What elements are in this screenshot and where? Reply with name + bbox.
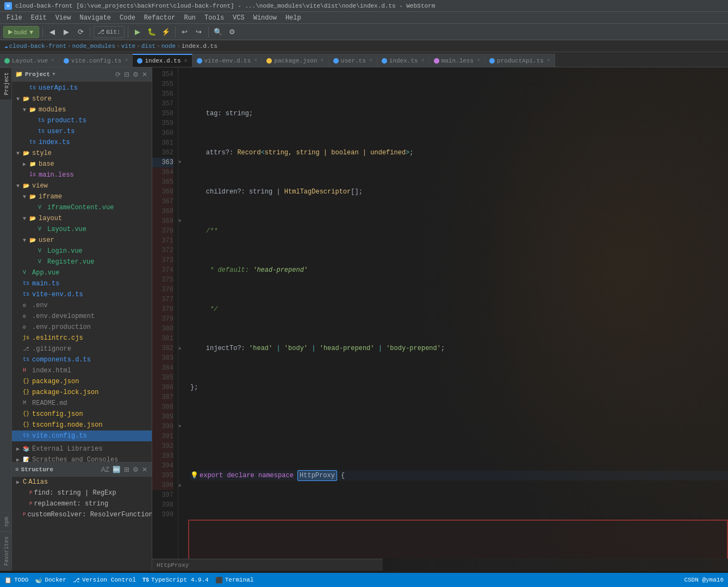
tree-item-package-json[interactable]: {} package.json [12,376,152,387]
tree-item-app-vue[interactable]: V App.vue [12,267,152,278]
tree-item-register-vue[interactable]: V Register.vue [12,257,152,267]
undo-button[interactable]: ↩ [179,26,191,38]
tree-item-env-dev[interactable]: ⚙ .env.development [12,311,152,322]
menu-item-vcs[interactable]: VCS [228,13,249,23]
tree-item-layout-vue[interactable]: V Layout.vue [12,224,152,235]
tree-item-main-ts[interactable]: ts main.ts [12,278,152,289]
menu-item-file[interactable]: File [2,13,27,23]
tab-close-vite-config[interactable]: × [125,58,128,64]
tab-product-api[interactable]: productApi.ts × [485,54,555,67]
tree-item-vite-config-ts[interactable]: ts vite.config.ts [12,430,152,441]
tree-item-user-folder[interactable]: ▼ 📂 user [12,235,152,246]
status-terminal[interactable]: ⬛ Terminal [215,577,254,584]
menu-item-code[interactable]: Code [115,13,140,23]
tree-item-main-less[interactable]: ls main.less [12,170,152,180]
tab-index-ts[interactable]: index.ts × [377,54,430,67]
forward-button[interactable]: ▶ [60,26,72,38]
tree-item-modules[interactable]: ▼ 📂 modules [12,104,152,115]
tree-item-external-libs[interactable]: ▶ 📚 External Libraries [12,444,152,454]
tab-vite-config[interactable]: vite.config.ts × [59,54,133,67]
struct-find[interactable]: P find: string | RegExp [12,488,152,498]
settings-button[interactable]: ⚙ [226,26,238,38]
struct-custom-resolver[interactable]: P customResolver: ResolverFunction | [12,509,152,520]
tree-item-store-index[interactable]: ts index.ts [12,137,152,148]
bulb-icon[interactable]: 💡 [190,471,198,480]
tab-package-json[interactable]: package.json × [262,54,328,67]
tree-item-env-prod[interactable]: ⚙ .env.production [12,322,152,333]
menu-item-edit[interactable]: Edit [27,13,51,23]
tree-item-style[interactable]: ▼ 📂 style [12,148,152,159]
refresh-button[interactable]: ⟳ [74,26,86,38]
tree-item-index-html[interactable]: H index.html [12,365,152,376]
run-button[interactable]: ▶ [132,26,144,38]
vtab-npm[interactable]: npm [0,512,11,532]
code-content[interactable]: 354 355 356 357 358 359 360 361 362 363 … [152,67,728,559]
status-vcs[interactable]: ⎇ Version Control [73,577,136,584]
tree-item-user-ts[interactable]: ts user.ts [12,126,152,137]
tab-user-ts[interactable]: user.ts × [329,54,377,67]
vtab-favorites[interactable]: Favorites [0,532,11,571]
fold-btn-363[interactable]: ▼ [178,160,181,165]
fold-btn-391[interactable]: ▼ [178,424,181,429]
breadcrumb-item-node[interactable]: node [161,43,176,49]
debug-button[interactable]: 🐛 [146,26,158,38]
tab-close-index-ts[interactable]: × [421,58,425,64]
struct-alias[interactable]: ▶ C Alias [12,477,152,488]
breadcrumb-item-file[interactable]: index.d.ts [182,43,217,49]
tab-close-main-less[interactable]: × [477,58,480,64]
redo-button[interactable]: ↪ [193,26,205,38]
tab-index-dts[interactable]: index.d.ts × [133,54,192,67]
breadcrumb-item-dist[interactable]: dist [141,43,155,49]
tree-item-iframe[interactable]: ▼ 📂 iframe [12,191,152,202]
struct-replacement[interactable]: P replacement: string [12,498,152,509]
collapse-all-button[interactable]: ⊟ [123,70,130,79]
tree-item-base[interactable]: ▶ 📁 base [12,159,152,170]
settings-struct-button[interactable]: ⚙ [132,465,140,474]
tree-item-tsconfig[interactable]: {} tsconfig.json [12,409,152,420]
build-button[interactable]: ▶ build ▼ [3,26,39,38]
menu-item-refactor[interactable]: Refactor [140,13,180,23]
tree-item-layout-folder[interactable]: ▼ 📂 layout [12,213,152,224]
tab-close-package-json[interactable]: × [321,58,324,64]
tree-item-iframe-content[interactable]: V iframeContent.vue [12,202,152,213]
status-todo[interactable]: 📋 TODO [4,577,28,584]
tree-item-tsconfig-node[interactable]: {} tsconfig.node.json [12,420,152,430]
tab-close-layout-vue[interactable]: × [51,58,54,64]
coverage-button[interactable]: ⚡ [160,26,172,38]
tree-item-login-vue[interactable]: V Login.vue [12,246,152,257]
tree-item-store[interactable]: ▼ 📂 store [12,93,152,104]
tree-item-view[interactable]: ▼ 📂 view [12,180,152,191]
sort-alpha-button[interactable]: AZ [100,465,110,474]
tab-close-vite-env[interactable]: × [254,58,257,64]
close-struct-button[interactable]: ✕ [141,465,148,474]
tab-close-user-ts[interactable]: × [369,58,372,64]
menu-item-run[interactable]: Run [179,13,200,23]
tree-item-product-ts[interactable]: ts product.ts [12,115,152,126]
tree-item-gitignore[interactable]: ⎇ .gitignore [12,344,152,354]
menu-item-tools[interactable]: Tools [200,13,228,23]
tree-item-userapi[interactable]: ts userApi.ts [12,83,152,93]
tree-item-scratches[interactable]: ▶ 📝 Scratches and Consoles [12,454,152,462]
tab-vite-env[interactable]: vite-env.d.ts × [192,54,263,67]
fold-btn-382[interactable]: ▲ [178,346,181,351]
breadcrumb-item-vite[interactable]: vite [121,43,135,49]
status-typescript[interactable]: TS TypeScript 4.9.4 [142,577,209,583]
sync-files-button[interactable]: ⟳ [114,70,122,79]
project-dropdown-icon[interactable]: ▼ [52,72,55,77]
tree-item-components-dts[interactable]: ts components.d.ts [12,354,152,365]
tab-close-index-dts[interactable]: × [184,58,187,64]
tab-main-less[interactable]: main.less × [430,54,485,67]
fold-btn-369[interactable]: ▼ [178,218,181,224]
menu-item-view[interactable]: View [51,13,76,23]
sort-type-button[interactable]: 🔤 [111,465,122,474]
tree-item-package-lock[interactable]: {} package-lock.json [12,387,152,398]
tree-item-env[interactable]: ⚙ .env [12,300,152,311]
tree-item-vite-env-dts[interactable]: ts vite-env.d.ts [12,289,152,300]
tree-item-readme[interactable]: M README.md [12,398,152,409]
find-button[interactable]: 🔍 [212,26,224,38]
tree-item-eslintrc[interactable]: js .eslintrc.cjs [12,333,152,344]
git-branch-selector[interactable]: ⎇ Git: [94,26,124,38]
tab-layout-vue[interactable]: Layout.vue × [0,54,59,67]
tab-close-product-api[interactable]: × [547,58,550,64]
menu-item-help[interactable]: Help [281,13,306,23]
